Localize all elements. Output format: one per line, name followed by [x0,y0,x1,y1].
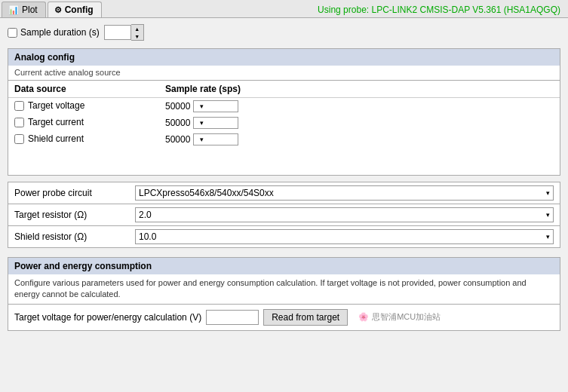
tabs-left: 📊 Plot ⚙ Config [2,2,103,17]
col-sample-rate: Sample rate (sps) [159,81,530,98]
empty-row [8,161,560,175]
energy-section-header: Power and energy consumption [8,257,560,274]
target-voltage-rate-dropdown[interactable]: ▾ [193,100,238,112]
tab-config-label: Config [65,5,94,15]
watermark-icon: 🌸 [358,312,369,322]
chevron-down-icon: ▾ [546,233,550,240]
energy-voltage-input[interactable] [206,310,259,325]
plot-icon: 📊 [8,5,19,15]
energy-description: Configure various parameters used for po… [8,274,560,305]
probe-info: Using probe: LPC-LINK2 CMSIS-DAP V5.361 … [318,5,568,15]
power-probe-circuit-dropdown[interactable]: LPCXpresso546x8/540xx/54S0xx ▾ [135,185,554,201]
target-voltage-rate: 50000 [165,101,190,112]
watermark: 🌸 思智浦MCU加油站 [358,311,441,323]
sample-duration-row: Sample duration (s) 10 ▲ ▼ [8,24,560,41]
row3-rate-cell: 50000 ▾ [159,131,530,148]
col-data-source: Data source [8,81,159,98]
target-resistor-value: 2.0 [139,210,152,220]
analog-table-container: Data source Sample rate (sps) Target vol… [8,80,560,176]
target-resistor-label: Target resistor (Ω) [14,210,135,220]
analog-table: Data source Sample rate (sps) Target vol… [8,81,560,175]
row1-empty [530,98,560,115]
shield-current-rate-dropdown[interactable]: ▾ [193,133,238,145]
power-probe-circuit-value: LPCXpresso546x8/540xx/54S0xx [139,188,274,198]
power-probe-circuit-row: Power probe circuit LPCXpresso546x8/540x… [8,182,560,204]
table-row: Shield current 50000 ▾ [8,131,560,148]
analog-config-section: Analog config Current active analog sour… [8,48,560,176]
target-resistor-row: Target resistor (Ω) 2.0 ▾ [8,204,560,226]
config-icon: ⚙ [54,5,62,15]
target-current-rate-dropdown[interactable]: ▾ [193,117,238,129]
shield-resistor-row: Shield resistor (Ω) 10.0 ▾ [8,226,560,248]
empty-row [8,148,560,161]
target-resistor-dropdown[interactable]: 2.0 ▾ [135,207,554,222]
tab-plot-label: Plot [22,5,38,15]
analog-config-subheader: Current active analog source [8,66,560,80]
energy-input-label: Target voltage for power/energy calculat… [14,312,201,323]
shield-current-rate: 50000 [165,134,190,145]
analog-config-header: Analog config [8,48,560,66]
target-resistor-value-container: 2.0 ▾ [135,207,554,222]
target-current-checkbox[interactable] [14,118,24,127]
shield-resistor-value-container: 10.0 ▾ [135,229,554,244]
row2-source-cell: Target current [8,115,159,130]
spinner-buttons: ▲ ▼ [131,24,144,41]
shield-current-checkbox[interactable] [14,134,24,144]
power-probe-section: Power probe circuit LPCXpresso546x8/540x… [8,182,560,248]
row2-rate-cell: 50000 ▾ [159,115,530,131]
chevron-down-icon: ▾ [546,211,550,219]
tab-plot[interactable]: 📊 Plot [2,2,46,17]
empty1 [8,148,159,161]
sample-duration-checkbox-label: Sample duration (s) [8,27,100,38]
sample-duration-checkbox[interactable] [8,28,17,38]
chevron-icon: ▾ [200,119,204,127]
sample-duration-input[interactable]: 10 [104,25,131,40]
empty3 [530,148,560,161]
chevron-icon: ▾ [200,103,204,110]
power-probe-circuit-value-container: LPCXpresso546x8/540xx/54S0xx ▾ [135,185,554,201]
shield-resistor-dropdown[interactable]: 10.0 ▾ [135,229,554,244]
empty2 [159,148,530,161]
main-content: Sample duration (s) 10 ▲ ▼ Analog config… [0,18,568,390]
target-current-rate: 50000 [165,118,190,128]
sample-duration-spinner: 10 ▲ ▼ [104,24,144,41]
chevron-icon: ▾ [200,136,204,143]
sample-duration-label: Sample duration (s) [20,27,100,38]
tab-config[interactable]: ⚙ Config [48,2,102,17]
tab-bar: 📊 Plot ⚙ Config Using probe: LPC-LINK2 C… [0,0,568,18]
row3-empty [530,131,560,148]
energy-input-row: Target voltage for power/energy calculat… [8,305,560,331]
shield-resistor-value: 10.0 [139,231,156,242]
chevron-down-icon: ▾ [546,189,550,197]
table-row: Target current 50000 ▾ [8,115,560,131]
energy-section: Power and energy consumption Configure v… [8,257,560,331]
row1-rate-cell: 50000 ▾ [159,98,530,115]
spinner-up-button[interactable]: ▲ [131,25,143,32]
shield-current-label: Shield current [28,133,84,144]
table-row: Target voltage 50000 ▾ [8,98,560,115]
row2-empty [530,115,560,131]
empty4 [8,161,159,175]
shield-resistor-label: Shield resistor (Ω) [14,231,135,242]
read-from-target-button[interactable]: Read from target [263,309,348,326]
power-probe-circuit-label: Power probe circuit [14,188,135,198]
row1-source-cell: Target voltage [8,98,159,113]
target-voltage-label: Target voltage [28,100,84,111]
empty6 [530,161,560,175]
row3-source-cell: Shield current [8,131,159,146]
col-empty [530,81,560,98]
target-current-label: Target current [28,117,84,127]
watermark-text: 思智浦MCU加油站 [372,311,441,323]
target-voltage-checkbox[interactable] [14,101,24,111]
empty5 [159,161,530,175]
spinner-down-button[interactable]: ▼ [131,32,143,40]
